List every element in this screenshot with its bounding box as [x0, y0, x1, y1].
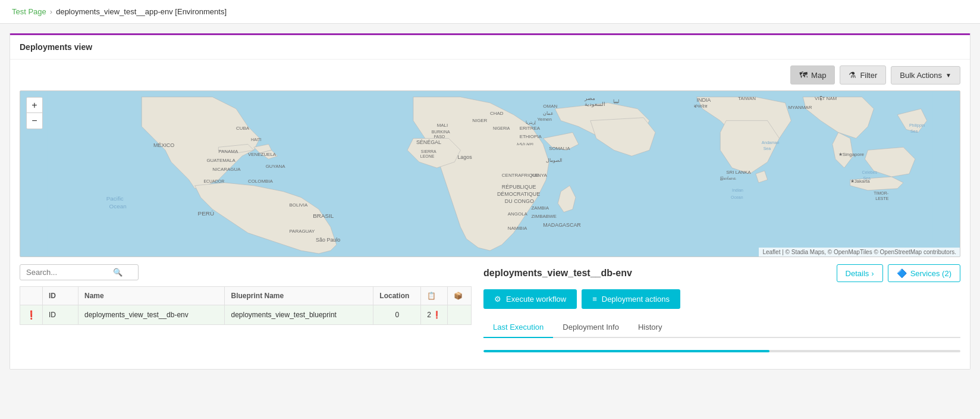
table-body: ❗ ID deployments_view_test__db-env deplo…	[20, 305, 472, 325]
svg-text:GUYANA: GUYANA	[266, 164, 286, 169]
map-button[interactable]: 🗺 Map	[790, 65, 835, 85]
zoom-in-button[interactable]: +	[27, 98, 42, 113]
svg-text:DU CONGO: DU CONGO	[505, 198, 534, 204]
svg-text:PANAMA: PANAMA	[218, 149, 238, 154]
bottom-section: 🔍 ID Name Blueprint Name Location 📋	[10, 257, 970, 369]
svg-text:ECUADOR: ECUADOR	[203, 179, 224, 183]
svg-text:TAIWAN: TAIWAN	[738, 96, 756, 101]
bulk-actions-label: Bulk Actions	[900, 71, 942, 80]
tab-history[interactable]: History	[629, 317, 671, 338]
svg-text:Indian: Indian	[732, 188, 743, 192]
services-button[interactable]: 🔷 Services (2)	[888, 264, 960, 282]
svg-text:CHAD: CHAD	[490, 111, 504, 116]
row-error-indicator: ❗	[20, 305, 43, 325]
row-count2	[448, 305, 472, 325]
table-header-row: ID Name Blueprint Name Location 📋 📦	[20, 287, 472, 305]
svg-text:SÉNÉGAL: SÉNÉGAL	[416, 139, 441, 145]
svg-text:SRI LANKA: SRI LANKA	[726, 170, 751, 175]
svg-text:COLOMBIA: COLOMBIA	[248, 179, 274, 184]
progress-bar	[483, 350, 769, 352]
deployment-title: deployments_view_test__db-env	[483, 268, 632, 279]
svg-text:SIERRA: SIERRA	[421, 149, 436, 154]
svg-text:São Paulo: São Paulo	[316, 237, 340, 243]
tab-content	[483, 338, 960, 359]
svg-text:Ocean: Ocean	[731, 195, 743, 199]
map-label: Map	[811, 71, 826, 80]
svg-text:OMAN: OMAN	[543, 104, 557, 109]
bulk-actions-button[interactable]: Bulk Actions ▼	[891, 66, 960, 85]
svg-text:ERITREA: ERITREA	[520, 126, 541, 131]
svg-text:ANGOLA: ANGOLA	[508, 211, 528, 217]
deployment-actions-button[interactable]: ≡ Deployment actions	[582, 289, 680, 309]
filter-icon: ⚗	[849, 70, 856, 80]
svg-text:Lagos: Lagos	[457, 154, 472, 160]
svg-text:VENEZUELA: VENEZUELA	[248, 152, 277, 157]
table-row[interactable]: ❗ ID deployments_view_test__db-env deplo…	[20, 305, 472, 325]
toolbar: 🗺 Map ⚗ Filter Bulk Actions ▼	[10, 60, 970, 90]
col-location-header: Location	[373, 287, 421, 305]
svg-text:Andaman: Andaman	[762, 140, 780, 145]
map-icon: 🗺	[799, 70, 808, 80]
breadcrumb: Test Page › deployments_view_test__app-e…	[0, 0, 980, 24]
svg-text:BOLIVIA: BOLIVIA	[289, 202, 308, 208]
svg-text:Sea: Sea	[764, 146, 771, 151]
details-button[interactable]: Details ›	[837, 264, 883, 282]
svg-text:KENYA: KENYA	[532, 173, 548, 178]
services-label: Services (2)	[910, 269, 951, 278]
execute-label: Execute workflow	[506, 295, 566, 304]
count1-value: 2	[427, 311, 431, 319]
deploy-actions-label: Deployment actions	[602, 295, 670, 304]
header-actions: Details › 🔷 Services (2)	[837, 264, 960, 282]
svg-text:இலங்கை: இலங்கை	[720, 176, 736, 181]
progress-bar-container	[483, 350, 960, 352]
col-icon2-header: 📦	[448, 287, 472, 305]
search-icon: 🔍	[113, 268, 122, 277]
svg-text:MYANMAR: MYANMAR	[788, 105, 812, 110]
row-count1: 2 ❗	[421, 305, 448, 325]
error-icon: ❗	[26, 310, 36, 320]
details-label: Details	[846, 269, 869, 278]
right-panel: deployments_view_test__db-env Details › …	[472, 264, 960, 359]
search-bar[interactable]: 🔍	[20, 264, 139, 280]
svg-text:TIMOR-: TIMOR-	[874, 191, 888, 195]
svg-text:PARAGUAY: PARAGUAY	[289, 229, 315, 234]
map-container[interactable]: MÉXICO CUBA HAITI PERÚ VENEZUELA GUYANA …	[20, 90, 960, 257]
svg-text:Philippin: Philippin	[909, 123, 925, 128]
tab-deployment-info[interactable]: Deployment Info	[553, 317, 629, 338]
svg-text:बांग्लादेश: बांग्लादेश	[693, 104, 708, 108]
svg-text:مصر: مصر	[584, 95, 595, 102]
cube-icon: 🔷	[897, 268, 907, 278]
breadcrumb-link[interactable]: Test Page	[12, 7, 46, 16]
col-blueprint-header: Blueprint Name	[225, 287, 373, 305]
main-container: Deployments view 🗺 Map ⚗ Filter Bulk Act…	[10, 33, 970, 370]
svg-text:Sea: Sea	[910, 129, 918, 133]
map-zoom-controls: + −	[26, 97, 43, 129]
execute-workflow-button[interactable]: ⚙ Execute workflow	[483, 289, 577, 309]
page-title: Deployments view	[10, 35, 970, 60]
search-input[interactable]	[26, 268, 109, 277]
svg-text:GUATEMALA: GUATEMALA	[206, 158, 235, 163]
filter-button[interactable]: ⚗ Filter	[840, 65, 886, 85]
row-location: 0	[373, 305, 421, 325]
chevron-down-icon: ▼	[946, 72, 951, 79]
row-name: deployments_view_test__db-env	[78, 305, 225, 325]
deployment-header: deployments_view_test__db-env Details › …	[483, 264, 960, 282]
attribution-text: Leaflet | © Stadia Maps, © OpenMapTiles …	[762, 249, 956, 255]
svg-text:السعودية: السعودية	[585, 101, 605, 108]
svg-text:Celebes: Celebes	[862, 170, 878, 174]
svg-text:አዲስ አበባ: አዲስ አበባ	[517, 142, 533, 146]
tab-last-execution[interactable]: Last Execution	[483, 317, 553, 338]
row-id: ID	[43, 305, 78, 325]
deployments-table: ID Name Blueprint Name Location 📋 📦	[20, 286, 472, 325]
breadcrumb-separator: ›	[50, 7, 52, 16]
col-icon1-header: 📋	[421, 287, 448, 305]
svg-text:ETHIOPIA: ETHIOPIA	[520, 134, 542, 139]
svg-text:FASO: FASO	[434, 135, 445, 139]
svg-text:إريتريا: إريتريا	[526, 120, 536, 125]
svg-text:NAMIBIA: NAMIBIA	[508, 226, 527, 231]
svg-text:VIỆT NAM: VIỆT NAM	[815, 96, 837, 101]
table-header: ID Name Blueprint Name Location 📋 📦	[20, 287, 472, 305]
svg-text:NIGERIA: NIGERIA	[493, 126, 510, 130]
svg-text:LEONE: LEONE	[420, 154, 435, 158]
zoom-out-button[interactable]: −	[27, 113, 42, 129]
